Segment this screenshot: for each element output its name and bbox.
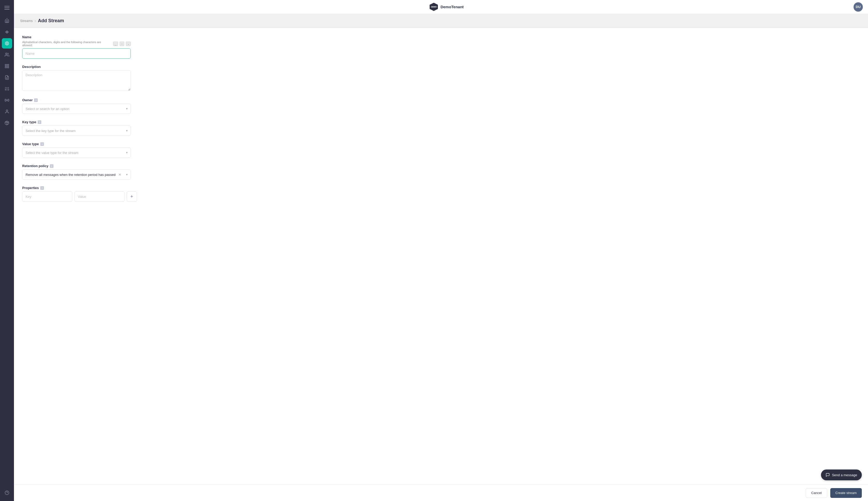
svg-rect-21 <box>5 99 7 101</box>
description-label: Description <box>22 65 131 69</box>
header-center: DEMO DemoTenant <box>430 3 464 11</box>
retention-policy-label: Retention policy i <box>22 164 131 168</box>
svg-point-23 <box>6 110 8 111</box>
name-input[interactable] <box>22 48 131 58</box>
svg-point-4 <box>5 42 9 45</box>
hint-char-underscore: _ <box>113 42 118 46</box>
sidebar-item-reports[interactable] <box>2 72 12 83</box>
retention-policy-info-icon: i <box>50 164 53 168</box>
owner-info-icon: i <box>34 98 38 102</box>
retention-policy-select[interactable]: Remove all messages when the retention p… <box>22 169 131 180</box>
svg-rect-2 <box>4 9 10 10</box>
owner-label: Owner i <box>22 98 131 102</box>
sidebar-item-connectors[interactable] <box>2 95 12 105</box>
svg-rect-9 <box>5 67 7 68</box>
form-group-properties: Properties i + <box>22 186 131 202</box>
breadcrumb-separator: › <box>35 19 36 23</box>
sidebar-item-packages[interactable] <box>2 118 12 128</box>
create-stream-button[interactable]: Create stream <box>830 488 862 498</box>
svg-rect-1 <box>4 8 10 8</box>
owner-select[interactable]: Select or search for an option <box>22 104 131 114</box>
hint-char-dot: . <box>126 42 131 46</box>
svg-point-5 <box>6 53 7 54</box>
form-group-key-type: Key type i Select the key type for the s… <box>22 120 131 136</box>
add-property-button[interactable]: + <box>127 191 137 202</box>
key-type-label: Key type i <box>22 120 131 124</box>
key-type-info-icon: i <box>38 120 41 124</box>
sidebar-item-people[interactable] <box>2 106 12 117</box>
svg-rect-7 <box>8 64 9 66</box>
form-group-name: Name Alphabetical characters, digits and… <box>22 35 131 58</box>
logo-text: DEMO <box>431 6 437 8</box>
value-type-info-icon: i <box>40 142 44 146</box>
breadcrumb-current: Add Stream <box>38 18 64 23</box>
sidebar-item-home[interactable] <box>2 15 12 26</box>
sidebar-item-streams[interactable] <box>2 38 12 49</box>
value-type-select[interactable]: Select the value type for the stream <box>22 148 131 158</box>
properties-value-input[interactable] <box>74 191 125 202</box>
footer-bar: Cancel Create stream <box>14 484 868 501</box>
key-type-select-wrap: Select the key type for the stream ▾ <box>22 126 131 136</box>
svg-rect-6 <box>5 64 7 66</box>
content-area: Name Alphabetical characters, digits and… <box>14 28 868 484</box>
properties-label: Properties i <box>22 186 131 190</box>
send-message-icon <box>826 473 830 477</box>
breadcrumb-parent[interactable]: Streams <box>20 19 33 23</box>
sidebar-item-arrows[interactable] <box>2 27 12 37</box>
retention-policy-clear-icon[interactable]: ✕ <box>117 172 123 177</box>
name-label: Name <box>22 35 131 39</box>
properties-row: + <box>22 191 131 202</box>
value-type-select-wrap: Select the value type for the stream ▾ <box>22 148 131 158</box>
svg-rect-0 <box>4 6 10 7</box>
properties-info-icon: i <box>40 186 44 190</box>
description-input[interactable] <box>22 70 131 91</box>
svg-rect-22 <box>8 99 9 101</box>
tenant-name: DemoTenant <box>441 5 464 9</box>
top-header: DEMO DemoTenant DU <box>14 0 868 14</box>
form-group-description: Description <box>22 65 131 92</box>
sidebar-item-sliders[interactable] <box>2 84 12 94</box>
value-type-label: Value type i <box>22 142 131 146</box>
key-type-select[interactable]: Select the key type for the stream <box>22 126 131 136</box>
form-group-owner: Owner i Select or search for an option ▾ <box>22 98 131 114</box>
send-message-label: Send a message <box>832 473 857 477</box>
name-hint: Alphabetical characters, digits and the … <box>22 41 131 47</box>
sidebar-bottom <box>2 488 12 498</box>
main-wrapper: DEMO DemoTenant DU Streams › Add Stream … <box>14 0 868 501</box>
svg-point-3 <box>6 43 8 44</box>
send-message-button[interactable]: Send a message <box>821 469 862 480</box>
form-group-value-type: Value type i Select the value type for t… <box>22 142 131 158</box>
owner-select-wrap: Select or search for an option ▾ <box>22 104 131 114</box>
sidebar-item-users[interactable] <box>2 50 12 60</box>
tenant-logo-badge: DEMO <box>430 3 438 11</box>
properties-key-input[interactable] <box>22 191 72 202</box>
form-group-retention-policy: Retention policy i Remove all messages w… <box>22 164 131 180</box>
svg-line-24 <box>6 121 8 122</box>
retention-policy-select-wrap: Remove all messages when the retention p… <box>22 169 131 180</box>
sidebar <box>0 0 14 501</box>
cancel-button[interactable]: Cancel <box>806 488 827 498</box>
sidebar-item-dashboard[interactable] <box>2 61 12 71</box>
sidebar-menu-button[interactable] <box>2 3 12 12</box>
sidebar-item-help[interactable] <box>2 488 12 498</box>
svg-rect-8 <box>8 67 9 68</box>
hint-char-dash: - <box>120 42 125 46</box>
breadcrumb-bar: Streams › Add Stream <box>14 14 868 28</box>
user-avatar[interactable]: DU <box>854 2 863 12</box>
